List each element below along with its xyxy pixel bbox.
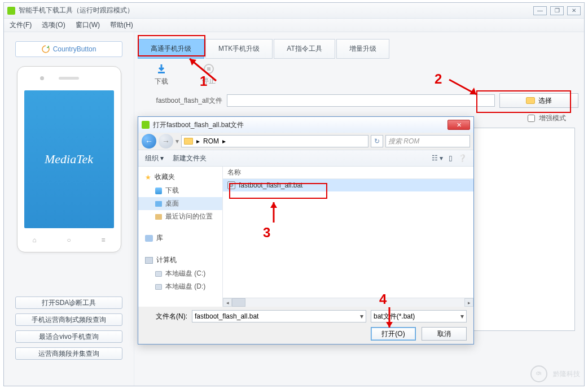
- disk-icon: [155, 284, 162, 290]
- maximize-button[interactable]: ❐: [550, 6, 564, 15]
- tree-computer[interactable]: 计算机: [156, 255, 177, 265]
- filename-label: 文件名(N):: [145, 312, 187, 321]
- carrier-freq-button[interactable]: 手机运营商制式频段查询: [15, 313, 122, 326]
- help-button[interactable]: ❔: [458, 154, 467, 162]
- enhanced-mode-checkbox[interactable]: [528, 115, 535, 122]
- download-label: 下载: [155, 77, 168, 86]
- dialog-app-icon: [142, 121, 150, 129]
- file-name: fastboot_flash_all.bat: [239, 181, 302, 189]
- phone-illustration: MediaTek ⌂○≡: [17, 66, 121, 252]
- file-open-dialog: 打开fastboot_flash_all.bat文件 ✕ ← → ▾ ▸ ROM…: [138, 116, 474, 345]
- breadcrumb-sep: ▸: [196, 137, 200, 145]
- computer-icon: [145, 257, 153, 264]
- download-button[interactable]: 下载: [155, 63, 168, 86]
- file-path-input[interactable]: [227, 94, 495, 107]
- sda-button[interactable]: 打开SDA诊断工具: [15, 297, 122, 309]
- disk-icon: [155, 271, 162, 277]
- view-options-button[interactable]: ☷ ▾: [432, 154, 443, 162]
- country-button-label: CountryButton: [53, 45, 96, 53]
- dropdown-icon[interactable]: ▾: [460, 312, 464, 320]
- refresh-button[interactable]: ↻: [371, 135, 383, 147]
- folder-icon: [184, 138, 193, 145]
- tree-recent[interactable]: 最近访问的位置: [165, 212, 213, 221]
- watermark: ෧ 黔隆科技: [530, 365, 580, 382]
- carrier-union-button[interactable]: 运营商频段并集查询: [15, 347, 122, 360]
- library-icon: [145, 235, 153, 242]
- nav-history-dropdown[interactable]: ▾: [175, 137, 179, 145]
- file-row[interactable]: ⚙ fastboot_flash_all.bat: [223, 179, 473, 191]
- recent-icon: [155, 214, 162, 220]
- desktop-icon: [155, 201, 162, 207]
- organize-menu[interactable]: 组织 ▾: [145, 154, 164, 163]
- tab-delta[interactable]: 增量升级: [336, 39, 389, 59]
- breadcrumb-sep: ▸: [222, 137, 226, 145]
- country-button[interactable]: CountryButton: [15, 41, 122, 57]
- watermark-text: 黔隆科技: [553, 369, 580, 379]
- nav-forward-button: →: [159, 134, 173, 149]
- tab-mtk[interactable]: MTK手机升级: [205, 39, 273, 59]
- refresh-icon: [42, 45, 50, 53]
- vivo-query-button[interactable]: 最适合vivo手机查询: [15, 330, 122, 343]
- tree-downloads[interactable]: 下载: [165, 186, 179, 195]
- tree-disk-d[interactable]: 本地磁盘 (D:): [165, 282, 205, 291]
- menu-window[interactable]: 窗口(W): [76, 20, 100, 30]
- select-label: 选择: [538, 96, 552, 106]
- menu-help[interactable]: 帮助(H): [110, 20, 133, 30]
- dialog-title: 打开fastboot_flash_all.bat文件: [153, 120, 447, 130]
- minimize-button[interactable]: —: [533, 6, 547, 15]
- preview-pane-button[interactable]: ▯: [449, 154, 453, 162]
- nav-back-button[interactable]: ←: [142, 134, 156, 149]
- tree-library[interactable]: 库: [156, 233, 163, 243]
- tree-favorites[interactable]: 收藏夹: [155, 172, 175, 182]
- file-label: fastboot_flash_all文件: [138, 96, 222, 106]
- stop-icon: [204, 64, 214, 74]
- horizontal-scrollbar[interactable]: ◂▸: [223, 298, 473, 307]
- dialog-close-button[interactable]: ✕: [447, 120, 470, 130]
- filename-input[interactable]: fastboot_flash_all.bat▾: [192, 310, 366, 322]
- svg-rect-0: [158, 72, 165, 73]
- phone-brand-label: MediaTek: [24, 90, 114, 228]
- download-folder-icon: [155, 188, 162, 194]
- new-folder-button[interactable]: 新建文件夹: [173, 154, 207, 163]
- breadcrumb-item[interactable]: ROM: [203, 137, 219, 145]
- filetype-filter[interactable]: bat文件(*.bat)▾: [371, 310, 467, 322]
- folder-tree[interactable]: ★收藏夹 下载 桌面 最近访问的位置 库 计算机 本地磁盘 (C:) 本地磁盘 …: [138, 167, 223, 307]
- open-button[interactable]: 打开(O): [371, 327, 416, 341]
- enhanced-mode-label: 增强模式: [539, 114, 566, 122]
- wechat-icon: ෧: [530, 365, 547, 382]
- breadcrumb-bar[interactable]: ▸ ROM ▸: [181, 135, 368, 147]
- column-name[interactable]: 名称: [227, 168, 241, 177]
- app-icon: [7, 7, 15, 15]
- dropdown-icon[interactable]: ▾: [360, 312, 363, 320]
- menu-options[interactable]: 选项(O): [42, 20, 65, 30]
- close-button[interactable]: ✕: [567, 6, 581, 15]
- tab-qualcomm[interactable]: 高通手机升级: [138, 39, 204, 59]
- download-icon: [156, 63, 167, 75]
- bat-file-icon: ⚙: [227, 181, 235, 189]
- tree-desktop[interactable]: 桌面: [165, 199, 179, 208]
- stop-label: 停止: [202, 76, 216, 86]
- select-file-button[interactable]: 选择: [499, 93, 578, 108]
- star-icon: ★: [145, 173, 151, 181]
- folder-icon: [526, 97, 535, 104]
- menu-file[interactable]: 文件(F): [10, 20, 32, 30]
- stop-button: 停止: [202, 64, 216, 86]
- cancel-button[interactable]: 取消: [422, 327, 467, 341]
- tab-at[interactable]: AT指令工具: [274, 39, 335, 59]
- search-input[interactable]: 搜索 ROM: [385, 135, 470, 147]
- tree-disk-c[interactable]: 本地磁盘 (C:): [165, 269, 205, 278]
- window-title: 智能手机下载工具（运行时跟踪模式）: [19, 6, 533, 15]
